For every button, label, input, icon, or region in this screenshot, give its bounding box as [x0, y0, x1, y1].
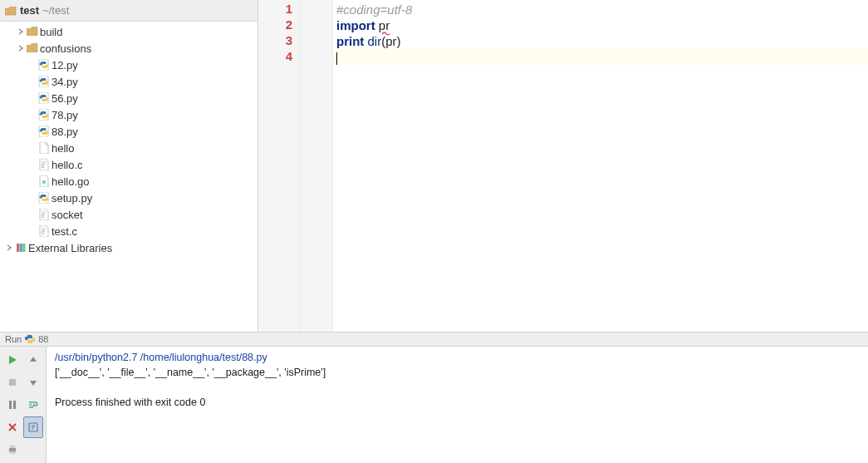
py-icon: [38, 192, 50, 204]
svg-rect-15: [13, 401, 16, 409]
py-icon: [38, 126, 50, 137]
tree-item[interactable]: setup.py: [0, 190, 257, 206]
tree-item[interactable]: ctest.c: [0, 223, 257, 239]
tree-item-label: hello.go: [51, 175, 90, 188]
tree-item-label: 78.py: [51, 109, 78, 121]
python-icon: [25, 334, 35, 344]
run-toolwindow-header[interactable]: Run 88: [0, 332, 868, 347]
tree-item[interactable]: csocket: [0, 206, 257, 223]
scroll-to-end-button[interactable]: [23, 416, 43, 438]
code-line[interactable]: #coding=utf-8: [333, 2, 868, 17]
tree-item-label: build: [40, 26, 62, 38]
py-icon: [38, 59, 50, 71]
svg-rect-18: [10, 446, 15, 448]
code-line[interactable]: import pr: [333, 17, 868, 33]
svg-rect-11: [20, 244, 22, 252]
py-icon: [38, 92, 50, 104]
breadcrumb[interactable]: test ~/test: [0, 0, 257, 22]
rerun-button[interactable]: [2, 349, 22, 371]
tree-item[interactable]: chello.c: [0, 156, 257, 173]
run-config-name: 88: [38, 334, 48, 344]
tree-item[interactable]: 12.py: [0, 57, 257, 73]
tree-item-label: 34.py: [51, 76, 78, 88]
pause-button[interactable]: [2, 394, 22, 416]
svg-point-6: [42, 180, 46, 184]
lib-icon: [15, 242, 27, 254]
tree-item-label: hello: [51, 142, 74, 155]
tree-item[interactable]: build: [0, 23, 257, 40]
tree-item[interactable]: 56.py: [0, 90, 257, 106]
go-icon: [38, 175, 50, 187]
project-panel: test ~/test buildconfusions12.py34.py56.…: [0, 0, 258, 332]
chevron-right-icon[interactable]: [17, 27, 25, 36]
console-toolbar: [0, 347, 47, 463]
tree-item-label: 56.py: [51, 92, 78, 105]
scroll-down-button[interactable]: [23, 372, 43, 393]
tree-item-label: test.c: [51, 225, 77, 238]
chevron-right-icon[interactable]: [17, 44, 25, 52]
tree-item-label: setup.py: [51, 192, 92, 204]
tree-item[interactable]: confusions: [0, 40, 257, 57]
console-output[interactable]: /usr/bin/python2.7 /home/liulonghua/test…: [47, 347, 868, 463]
folder-icon: [27, 42, 38, 54]
print-button[interactable]: [2, 439, 22, 461]
py-icon: [38, 76, 50, 87]
tree-item-label: 88.py: [51, 126, 78, 138]
tree-item-label: hello.c: [51, 159, 83, 171]
tree-item[interactable]: 34.py: [0, 73, 257, 90]
svg-rect-12: [22, 244, 25, 252]
chevron-right-icon[interactable]: [5, 244, 13, 252]
svg-rect-13: [9, 379, 16, 386]
c-icon: c: [38, 225, 50, 237]
scroll-up-button[interactable]: [23, 349, 43, 371]
breadcrumb-name: test: [20, 4, 39, 17]
console: /usr/bin/python2.7 /home/liulonghua/test…: [0, 347, 868, 463]
file-icon: [38, 142, 50, 154]
svg-rect-14: [9, 401, 12, 409]
project-tree[interactable]: buildconfusions12.py34.py56.py78.py88.py…: [0, 22, 257, 332]
editor-gutter-icons: [300, 0, 333, 332]
tree-item-label: 12.py: [51, 59, 78, 71]
py-icon: [38, 109, 50, 121]
code-line[interactable]: [333, 49, 868, 65]
editor-code[interactable]: #coding=utf-8import prprint dir(pr): [333, 0, 868, 332]
soft-wrap-button[interactable]: [23, 394, 43, 416]
close-button[interactable]: [2, 416, 22, 438]
tree-item-label: confusions: [40, 42, 91, 55]
tree-item[interactable]: 78.py: [0, 106, 257, 123]
run-label: Run: [5, 334, 22, 344]
breadcrumb-path: ~/test: [42, 4, 69, 17]
tree-item[interactable]: 88.py: [0, 123, 257, 140]
tree-item[interactable]: hello: [0, 140, 257, 156]
stop-button[interactable]: [2, 372, 22, 393]
tree-item-label: External Libraries: [28, 242, 112, 254]
c-icon: c: [38, 159, 50, 170]
svg-rect-10: [17, 244, 19, 252]
tree-item[interactable]: hello.go: [0, 173, 257, 190]
folder-icon: [5, 6, 17, 15]
tree-item[interactable]: External Libraries: [0, 239, 257, 256]
c-icon: c: [38, 209, 50, 220]
editor: 1234 #coding=utf-8import prprint dir(pr): [258, 0, 868, 332]
folder-icon: [27, 26, 38, 37]
editor-gutter[interactable]: 1234: [258, 0, 300, 332]
tree-item-label: socket: [51, 209, 83, 221]
svg-rect-19: [10, 451, 15, 454]
code-line[interactable]: print dir(pr): [333, 33, 868, 49]
